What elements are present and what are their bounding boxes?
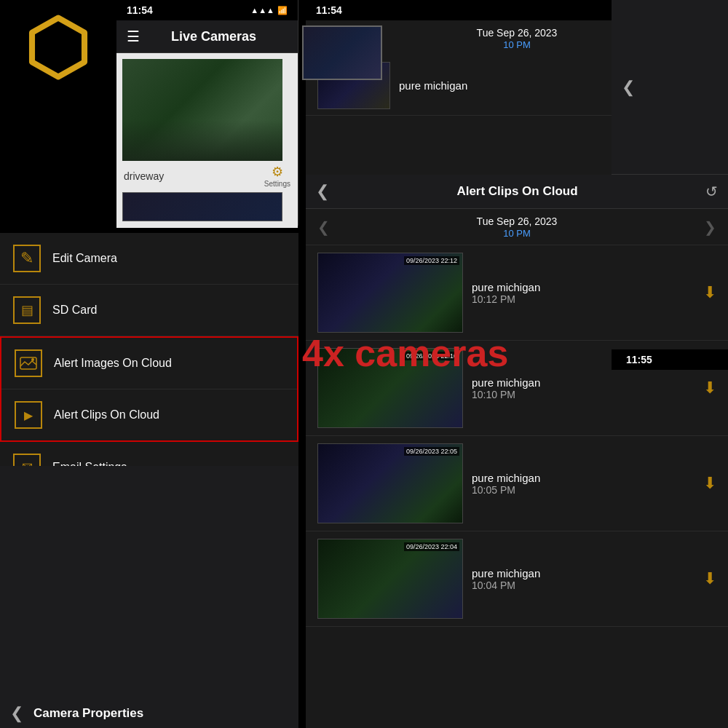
panel-camera-properties: 11:54 ▲▲▲ 📶 🔋 ❮ Camera Properties ✎ Edit… — [0, 233, 298, 728]
edit-camera-label: Edit Camera — [52, 252, 117, 265]
alert-images-time: 11:54 — [316, 4, 342, 16]
menu-item-alert-images[interactable]: Alert Images On Cloud — [1, 338, 297, 389]
clip-timestamp-2: 09/26/2023 22:05 — [404, 447, 459, 456]
panel-live-cameras: 11:54 ▲▲▲ 📶 ☰ Live Cameras driveway ⚙ Se… — [116, 0, 298, 226]
menu-item-sd-card[interactable]: ▤ SD Card — [0, 285, 298, 336]
clip-time-display-1: 10:10 PM — [472, 389, 695, 400]
clip-download-2[interactable]: ⬇ — [703, 474, 716, 493]
clips-status-bar: 11:55 ▲▲▲ 📶 🔋 — [612, 349, 728, 370]
mountain-icon — [20, 357, 37, 370]
clip-download-3[interactable]: ⬇ — [703, 569, 716, 588]
settings-label: Settings — [264, 180, 290, 188]
alert-images-menu-label: Alert Images On Cloud — [54, 357, 172, 370]
alert-images-date-group: Tue Sep 26, 2023 10 PM — [477, 26, 558, 50]
clips-date-nav: ❮ Tue Sep 26, 2023 10 PM ❯ — [306, 209, 728, 245]
clip-thumb-3: 09/26/2023 22:04 — [317, 539, 463, 619]
edit-camera-icon: ✎ — [13, 245, 41, 272]
driveway-camera-name: driveway — [124, 170, 164, 182]
signal-bars-icon: ▲▲▲ — [250, 6, 274, 15]
cam-props-title: Camera Properties — [33, 706, 288, 721]
alert-clips-icon: ▶ — [15, 401, 42, 429]
gear-icon: ⚙ — [272, 164, 283, 180]
alert-clips-menu-label: Alert Clips On Cloud — [54, 408, 159, 422]
clip-download-0[interactable]: ⬇ — [703, 283, 716, 302]
big-red-label: 4x cameras — [302, 331, 508, 375]
panel-alert-clips: 11:55 ▲▲▲ 📶 🔋 ❮ Alert Clips On Cloud ↺ ❮… — [306, 175, 728, 728]
clips-date: Tue Sep 26, 2023 — [477, 215, 558, 227]
clips-nav-bar: ❮ Alert Clips On Cloud ↺ — [306, 175, 728, 209]
clip-thumb-visual-0 — [318, 253, 462, 332]
live-time: 11:54 — [127, 4, 153, 16]
clip-info-1: pure michigan 10:10 PM — [472, 376, 695, 400]
clip-camera-name-0: pure michigan — [472, 281, 695, 293]
menu-item-alert-clips[interactable]: ▶ Alert Clips On Cloud — [1, 389, 297, 440]
app-logo — [25, 15, 91, 80]
alert-small-thumb — [302, 25, 382, 80]
sd-card-icon: ▤ — [13, 296, 41, 324]
clips-date-group: Tue Sep 26, 2023 10 PM — [477, 215, 558, 239]
alert-camera-name-0: pure michigan — [399, 79, 467, 92]
clip-download-1[interactable]: ⬇ — [703, 379, 716, 397]
clip-item-0[interactable]: 09/26/2023 22:12 pure michigan 10:12 PM … — [306, 245, 728, 341]
clips-time: 11:55 — [626, 354, 652, 365]
clips-time-label: 10 PM — [477, 228, 558, 239]
svg-point-2 — [31, 358, 34, 361]
clips-back-button[interactable]: ❮ — [316, 182, 329, 201]
cam-props-nav-bar: ❮ Camera Properties — [0, 466, 298, 728]
live-cameras-title: Live Cameras — [140, 29, 288, 44]
alert-images-back-button[interactable]: ❮ — [622, 78, 635, 97]
live-signal-icons: ▲▲▲ 📶 — [250, 6, 288, 15]
highlighted-menu-group: Alert Images On Cloud ▶ Alert Clips On C… — [0, 336, 298, 442]
clip-item-3[interactable]: 09/26/2023 22:04 pure michigan 10:04 PM … — [306, 531, 728, 627]
clips-title: Alert Clips On Cloud — [329, 184, 705, 199]
clip-time-display-0: 10:12 PM — [472, 293, 695, 305]
clip-timestamp-0: 09/26/2023 22:12 — [404, 256, 459, 265]
alert-images-nav-bar: ❮ Alert Images On Cloud ↺ — [612, 0, 728, 175]
live-status-bar: 11:54 ▲▲▲ 📶 — [116, 0, 298, 20]
clip-info-2: pure michigan 10:05 PM — [472, 472, 695, 496]
clip-camera-name-3: pure michigan — [472, 567, 695, 579]
clip-thumb-visual-3 — [318, 539, 462, 618]
live-nav-bar: ☰ Live Cameras — [116, 20, 298, 53]
clip-info-3: pure michigan 10:04 PM — [472, 567, 695, 591]
clips-refresh-button[interactable]: ↺ — [705, 183, 718, 200]
menu-item-edit-camera[interactable]: ✎ Edit Camera — [0, 233, 298, 285]
logo-area — [0, 0, 116, 95]
clip-timestamp-3: 09/26/2023 22:04 — [404, 542, 459, 551]
clip-thumb-visual-2 — [318, 444, 462, 523]
wifi-icon: 📶 — [277, 6, 288, 15]
clip-thumb-2: 09/26/2023 22:05 — [317, 443, 463, 523]
alert-images-time-label: 10 PM — [477, 39, 558, 50]
alert-images-date: Tue Sep 26, 2023 — [477, 27, 558, 39]
driveway-settings-button[interactable]: ⚙ Settings — [264, 164, 290, 188]
second-camera-partial-thumb — [122, 192, 282, 221]
driveway-camera-thumb — [122, 59, 282, 161]
cam-props-back-button[interactable]: ❮ — [10, 704, 23, 723]
clip-info-0: pure michigan 10:12 PM — [472, 281, 695, 305]
alert-images-title: Alert Images On Cloud — [635, 80, 728, 95]
clip-time-display-3: 10:04 PM — [472, 579, 695, 591]
driveway-camera-item[interactable]: driveway ⚙ Settings — [122, 59, 292, 191]
clip-time-display-2: 10:05 PM — [472, 484, 695, 496]
sd-card-label: SD Card — [52, 304, 97, 317]
clip-camera-name-2: pure michigan — [472, 472, 695, 484]
clips-next-button[interactable]: ❯ — [704, 218, 716, 236]
clip-item-2[interactable]: 09/26/2023 22:05 pure michigan 10:05 PM … — [306, 436, 728, 531]
clip-thumb-0: 09/26/2023 22:12 — [317, 253, 463, 333]
alert-images-icon — [15, 349, 42, 377]
driveway-camera-info: driveway ⚙ Settings — [122, 161, 292, 191]
hamburger-menu-icon[interactable]: ☰ — [127, 28, 140, 45]
clips-prev-button[interactable]: ❮ — [317, 218, 330, 236]
clip-camera-name-1: pure michigan — [472, 376, 695, 389]
camera-grid: driveway ⚙ Settings — [116, 53, 298, 228]
svg-marker-0 — [32, 18, 84, 77]
